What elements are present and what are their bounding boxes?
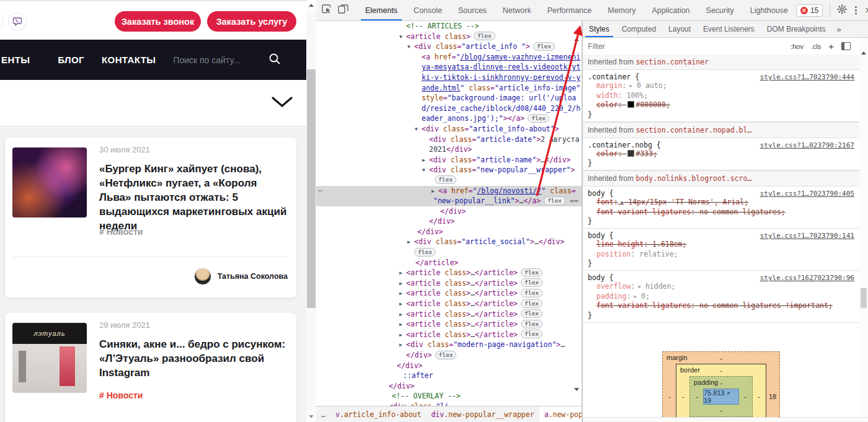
flex-badge[interactable]: flex bbox=[414, 248, 436, 257]
color-swatch[interactable] bbox=[627, 150, 634, 157]
expand-arrow-icon[interactable]: ▶ bbox=[399, 320, 406, 330]
toggle-class-button[interactable]: .cls bbox=[811, 43, 822, 50]
flex-badge[interactable]: flex bbox=[474, 32, 495, 40]
css-property[interactable]: color: #333; bbox=[588, 149, 854, 159]
dom-tree-node[interactable]: ▶<div class="modern-page-navigation">… bbox=[316, 340, 582, 350]
css-property[interactable]: width: 100%; bbox=[588, 91, 854, 101]
dom-tree-node[interactable]: ki-v-tiktok-i-sinkhronnyy-perevod-v-y bbox=[316, 73, 582, 83]
scrollbar-thumb[interactable] bbox=[307, 69, 316, 308]
expand-arrow-icon[interactable]: ▶ bbox=[399, 299, 406, 310]
dom-tree-node[interactable]: "new-popular__link">…</a>flex == $0 bbox=[316, 196, 582, 206]
article-tag[interactable]: # Новости bbox=[99, 227, 143, 237]
expand-shorthand-icon[interactable]: ▶ bbox=[631, 294, 637, 299]
dom-tree-node[interactable]: ▶<article class>…</article>flex bbox=[316, 299, 582, 309]
css-selector[interactable]: .container.nobg { bbox=[588, 141, 661, 149]
collapse-arrow-icon[interactable]: ▼ bbox=[399, 32, 406, 43]
stylesheet-link[interactable]: style.css?1627023790:96 bbox=[760, 274, 854, 282]
css-selector[interactable]: .container { bbox=[588, 73, 639, 81]
sidebar-tab-styles[interactable]: Styles bbox=[583, 21, 616, 37]
dom-tree-node[interactable]: ▶<article class>…</article>flex bbox=[316, 288, 582, 299]
article-card[interactable]: 30 июля 2021 «Бургер Кинг» хайпует (снов… bbox=[5, 138, 296, 297]
dom-tree-node[interactable]: ▶<article class>…</article>flex bbox=[316, 268, 582, 278]
viber-icon[interactable] bbox=[8, 12, 27, 31]
devtools-tab-application[interactable]: Application bbox=[644, 0, 698, 20]
nav-item-blog[interactable]: БЛОГ bbox=[58, 55, 84, 65]
breadcrumb-item[interactable]: div.new-popular__wrapper bbox=[426, 407, 539, 422]
devtools-tab-elements[interactable]: Elements bbox=[357, 0, 405, 20]
devtools-tab-memory[interactable]: Memory bbox=[600, 0, 644, 20]
nav-item-clients[interactable]: ЕНТЫ bbox=[1, 55, 30, 65]
css-property[interactable]: overflow: ▶ hidden; bbox=[588, 282, 854, 292]
article-tag[interactable]: # Новости bbox=[99, 390, 143, 400]
toggle-hover-state-button[interactable]: :hov bbox=[790, 43, 804, 50]
dom-tree-node[interactable]: <!-- ARTICLES --> bbox=[316, 21, 582, 32]
dom-tree-node[interactable]: <!-- OVERLAY --> bbox=[316, 391, 582, 402]
css-property[interactable]: line-height: 1.618em; bbox=[588, 240, 854, 250]
dom-tree-node[interactable]: ▶<article class>…</article>flex bbox=[316, 330, 582, 340]
inherited-element-link[interactable]: body.nolinks.blogroot.scro… bbox=[636, 174, 751, 183]
dom-tree-node[interactable]: ▼<article class>flex bbox=[316, 32, 582, 42]
expand-arrow-icon[interactable]: ▶ bbox=[432, 187, 438, 197]
css-property[interactable]: position: relative; bbox=[588, 250, 854, 260]
article-image[interactable] bbox=[12, 147, 87, 218]
css-property[interactable]: font: ▶ 14px/15px 'TT Norms', Arial; bbox=[588, 198, 854, 208]
search-icon[interactable] bbox=[268, 53, 281, 68]
flex-badge[interactable]: flex bbox=[521, 309, 542, 318]
sidebar-tab-layout[interactable]: Layout bbox=[662, 21, 697, 37]
sidebar-tab-computed[interactable]: Computed bbox=[616, 21, 662, 37]
sidebar-tab-event-listeners[interactable]: Event Listeners bbox=[697, 21, 761, 37]
site-search-input[interactable] bbox=[172, 55, 242, 66]
dom-tree-node[interactable]: ▶<article class>…</article>flex bbox=[316, 309, 582, 320]
new-style-rule-button[interactable]: + bbox=[828, 42, 834, 51]
dom-tree-node[interactable]: </div> bbox=[316, 361, 582, 371]
expand-arrow-icon[interactable]: ▶ bbox=[399, 330, 406, 341]
chevron-down-icon[interactable] bbox=[272, 96, 293, 111]
css-property[interactable]: color: #000000; bbox=[588, 100, 854, 110]
scrollbar-thumb[interactable] bbox=[861, 288, 867, 308]
dom-tree-node[interactable]: d/resize_cache/iblock/d08/440_220_2/h bbox=[316, 103, 582, 114]
css-property[interactable]: font-variant-ligatures: no-common-ligatu… bbox=[588, 208, 854, 218]
article-title[interactable]: Синяки, акне и... бедро с рисунком: «Л’Э… bbox=[99, 337, 289, 380]
stylesheet-link[interactable]: style.css?1…023790:2167 bbox=[760, 141, 854, 149]
devtools-tab-performance[interactable]: Performance bbox=[539, 0, 600, 20]
stylesheet-link[interactable]: style.css?1…7023790:141 bbox=[760, 232, 854, 240]
expand-shorthand-icon[interactable]: ▶ bbox=[618, 200, 624, 205]
sidebar-tabs-overflow-icon[interactable]: » bbox=[832, 21, 846, 37]
scroll-down-button[interactable] bbox=[306, 411, 316, 422]
flex-badge[interactable]: flex bbox=[521, 320, 542, 328]
article-image[interactable]: лэтуаль bbox=[12, 323, 87, 393]
dom-tree-node[interactable]: </div> bbox=[316, 227, 582, 237]
flex-badge[interactable]: flex bbox=[521, 289, 542, 297]
dom-tree-node[interactable]: flex bbox=[316, 175, 582, 186]
flex-badge[interactable]: flex bbox=[544, 196, 565, 205]
dom-tree-node[interactable]: ▶<div class="article-name">…</div> bbox=[316, 155, 582, 165]
expand-arrow-icon[interactable]: ▶ bbox=[399, 268, 406, 279]
expand-shorthand-icon[interactable]: ▶ bbox=[635, 284, 641, 289]
dom-tree-node[interactable]: <a href="/blog/samye-vazhnye-izmeneni bbox=[316, 52, 582, 63]
dom-tree-node[interactable]: flex bbox=[316, 247, 582, 258]
collapse-arrow-icon[interactable]: ▼ bbox=[407, 42, 414, 53]
css-selector[interactable]: body { bbox=[588, 231, 614, 240]
expand-arrow-icon[interactable]: ▶ bbox=[399, 279, 406, 289]
dom-tree-node[interactable]: ande.html" class="article_info-image" bbox=[316, 83, 582, 94]
dom-tree-node[interactable]: </div> bbox=[316, 216, 582, 227]
dom-tree-node[interactable]: <div class="li bbox=[316, 402, 582, 406]
dom-tree-node[interactable]: style="background-image: url('/uploa bbox=[316, 93, 582, 103]
scroll-up-icon[interactable] bbox=[574, 27, 579, 38]
flex-badge[interactable]: flex bbox=[528, 114, 549, 123]
inspect-element-icon[interactable] bbox=[321, 4, 332, 17]
article-author[interactable]: Татьяна Соколова bbox=[194, 268, 288, 285]
scroll-up-button[interactable] bbox=[306, 0, 316, 11]
expand-arrow-icon[interactable]: ▶ bbox=[399, 340, 406, 351]
css-property[interactable]: margin: ▶ 0 auto; bbox=[588, 81, 854, 91]
flex-badge[interactable]: flex bbox=[435, 351, 457, 359]
expand-shorthand-icon[interactable]: ▶ bbox=[626, 83, 632, 89]
social-icon-partial[interactable] bbox=[0, 12, 4, 31]
flex-badge[interactable]: flex bbox=[533, 42, 555, 51]
css-property[interactable]: font-variant-ligatures: no-common-ligatu… bbox=[588, 301, 854, 311]
dom-tree-node[interactable]: </div>flex bbox=[316, 350, 582, 361]
expand-arrow-icon[interactable]: ▶ bbox=[407, 237, 414, 248]
devtools-tab-sources[interactable]: Sources bbox=[450, 0, 495, 20]
dom-tree-node[interactable]: <div class="article-date">2 Августа bbox=[316, 134, 582, 145]
toggle-sidebar-icon[interactable] bbox=[841, 42, 851, 50]
